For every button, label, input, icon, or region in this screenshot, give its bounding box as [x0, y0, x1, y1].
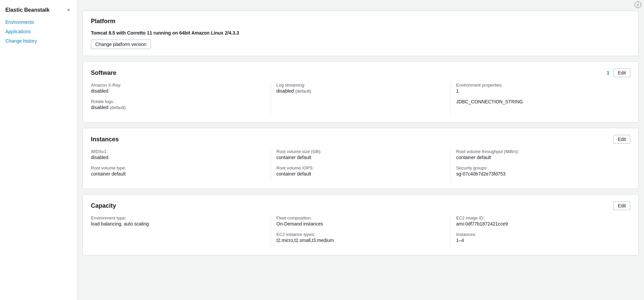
instances-volume-iops-label: Root volume IOPS: [276, 165, 445, 170]
instances-volume-size-value: container default [276, 155, 445, 160]
capacity-fleet-value: On-Demand instances [276, 221, 445, 227]
capacity-col-3: EC2 image ID: ami-0df77b1872421cce9 Inst… [450, 215, 630, 248]
software-header-right: 1 Edit [607, 68, 630, 77]
software-env-props-value: 1 [456, 88, 625, 94]
capacity-env-type-value: load balancing, auto scaling [91, 221, 265, 227]
capacity-item-fleet: Fleet composition: On-Demand instances [276, 215, 445, 227]
sidebar-title: Elastic Beanstalk [5, 7, 50, 13]
capacity-instance-types-label: EC2 instance types: [276, 232, 445, 237]
instances-volume-throughput-value: container default [456, 155, 625, 160]
capacity-item-instance-types: EC2 instance types: t2.micro,t2.small,t3… [276, 232, 445, 243]
instances-grid: IMDSv1: disabled Root volume type: conta… [91, 149, 630, 182]
sidebar-nav: Environments Applications Change history [0, 16, 77, 47]
software-rotate-logs-value: disabled(default) [91, 105, 265, 110]
instances-volume-type-value: container default [91, 171, 265, 177]
software-item-log-streaming: Log streaming: disabled(default) [276, 83, 445, 94]
software-item-rotate-logs: Rotate logs: disabled(default) [91, 99, 265, 110]
instances-item-volume-throughput: Root volume throughput (MiB/s): containe… [456, 149, 625, 160]
capacity-section-header: Capacity Edit [91, 201, 630, 210]
capacity-fleet-label: Fleet composition: [276, 215, 445, 220]
software-xray-label: Amazon X-Ray: [91, 83, 265, 88]
capacity-col-1: Environment type: load balancing, auto s… [91, 215, 271, 248]
info-icon[interactable]: i [635, 1, 641, 8]
main-content: i Platform Tomcat 8.5 with Corretto 11 r… [77, 0, 644, 300]
change-platform-button[interactable]: Change platform version [91, 40, 151, 49]
capacity-grid: Environment type: load balancing, auto s… [91, 215, 630, 248]
capacity-col-2: Fleet composition: On-Demand instances E… [271, 215, 450, 248]
platform-section-header: Platform [91, 18, 630, 25]
instances-section: Instances Edit IMDSv1: disabled Root vol… [83, 128, 639, 189]
sidebar: Elastic Beanstalk × Environments Applica… [0, 0, 77, 300]
software-rotate-logs-label: Rotate logs: [91, 99, 265, 104]
instances-section-header: Instances Edit [91, 135, 630, 144]
capacity-ec2-image-value: ami-0df77b1872421cce9 [456, 221, 625, 227]
capacity-item-instances: Instances: 1–4 [456, 232, 625, 243]
instances-col-2: Root volume size (GB): container default… [271, 149, 450, 182]
sidebar-item-applications[interactable]: Applications [0, 27, 77, 36]
instances-imdsv1-value: disabled [91, 155, 265, 160]
instances-volume-size-label: Root volume size (GB): [276, 149, 445, 154]
software-col-3: Environment properties: 1 JDBC_CONNECTIO… [450, 83, 630, 115]
instances-col-3: Root volume throughput (MiB/s): containe… [450, 149, 630, 182]
software-section-header: Software 1 Edit [91, 68, 630, 77]
software-log-streaming-value: disabled(default) [276, 88, 445, 94]
instances-volume-type-label: Root volume type: [91, 165, 265, 170]
instances-volume-iops-value: container default [276, 171, 445, 177]
software-edit-button[interactable]: Edit [613, 68, 630, 77]
software-xray-value: disabled [91, 88, 265, 94]
instances-col-1: IMDSv1: disabled Root volume type: conta… [91, 149, 271, 182]
software-col-2: Log streaming: disabled(default) [271, 83, 450, 115]
instances-security-groups-label: Security groups: [456, 165, 625, 170]
instances-item-volume-size: Root volume size (GB): container default [276, 149, 445, 160]
software-col-1: Amazon X-Ray: disabled Rotate logs: disa… [91, 83, 271, 115]
software-item-jdbc: JDBC_CONNECTION_STRING [456, 99, 625, 104]
sidebar-item-environments[interactable]: Environments [0, 17, 77, 27]
capacity-section: Capacity Edit Environment type: load bal… [83, 194, 639, 255]
capacity-item-ec2-image: EC2 image ID: ami-0df77b1872421cce9 [456, 215, 625, 227]
instances-security-groups-value: sg-07c40b7d2e73fd753 [456, 171, 625, 177]
capacity-title: Capacity [91, 202, 116, 209]
capacity-instances-label: Instances: [456, 232, 625, 237]
capacity-instance-types-value: t2.micro,t2.small,t3.medium [276, 238, 445, 243]
software-item-xray: Amazon X-Ray: disabled [91, 83, 265, 94]
instances-edit-button[interactable]: Edit [613, 135, 630, 144]
capacity-env-type-label: Environment type: [91, 215, 265, 220]
software-log-streaming-label: Log streaming: [276, 83, 445, 88]
sidebar-item-change-history[interactable]: Change history [0, 36, 77, 46]
instances-title: Instances [91, 136, 119, 143]
platform-version-text: Tomcat 8.5 with Corretto 11 running on 6… [91, 30, 630, 36]
capacity-instances-value: 1–4 [456, 238, 625, 243]
instances-item-security-groups: Security groups: sg-07c40b7d2e73fd753 [456, 165, 625, 177]
instances-item-volume-type: Root volume type: container default [91, 165, 265, 177]
sidebar-close-button[interactable]: × [66, 7, 71, 13]
platform-title: Platform [91, 18, 115, 25]
software-env-props-label: Environment properties: [456, 83, 625, 88]
software-grid: Amazon X-Ray: disabled Rotate logs: disa… [91, 83, 630, 115]
instances-item-volume-iops: Root volume IOPS: container default [276, 165, 445, 177]
platform-section: Platform Tomcat 8.5 with Corretto 11 run… [83, 11, 639, 56]
capacity-edit-button[interactable]: Edit [613, 201, 630, 210]
capacity-ec2-image-label: EC2 image ID: [456, 215, 625, 220]
software-title: Software [91, 69, 116, 77]
capacity-item-env-type: Environment type: load balancing, auto s… [91, 215, 265, 227]
software-item-env-props: Environment properties: 1 [456, 83, 625, 94]
software-badge: 1 [607, 70, 609, 76]
instances-item-imdsv1: IMDSv1: disabled [91, 149, 265, 160]
instances-volume-throughput-label: Root volume throughput (MiB/s): [456, 149, 625, 154]
instances-imdsv1-label: IMDSv1: [91, 149, 265, 154]
software-jdbc-value: JDBC_CONNECTION_STRING [456, 99, 625, 104]
software-section: Software 1 Edit Amazon X-Ray: disabled [83, 61, 639, 122]
